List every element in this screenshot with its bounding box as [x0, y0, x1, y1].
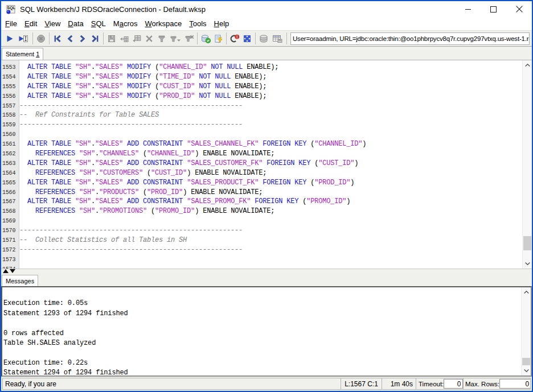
line-number: 1555 [1, 82, 19, 92]
message-line: Statement 1294 of 1294 finished [3, 368, 522, 376]
maxrows-section: Max. Rows: [463, 378, 530, 389]
line-number: 1569 [1, 216, 19, 226]
line-number: 1559 [1, 120, 19, 130]
editor-line: 1574 [1, 265, 522, 269]
editor-line: 1564 REFERENCES "SH"."CUSTOMERS" ("CUST_… [1, 168, 522, 178]
line-number: 1557 [1, 101, 19, 111]
commit-button[interactable] [199, 31, 212, 46]
editor-line: 1557------------------------------------… [1, 101, 522, 111]
execute-all-button[interactable] [3, 31, 16, 46]
scroll-down-arrow-icon[interactable] [522, 366, 531, 375]
toolbar-separator [103, 32, 104, 44]
code-text [19, 130, 19, 139]
editor-vertical-scrollbar[interactable] [522, 60, 532, 269]
execute-current-button[interactable] [16, 31, 31, 46]
menu-edit[interactable]: Edit [20, 18, 40, 30]
connection-info-text: User=oraadmin, URL=jdbc:oracle:thin:@oo1… [293, 35, 528, 42]
toggle-autocommit-button[interactable] [228, 31, 241, 46]
splitter-collapse-icons[interactable] [3, 269, 18, 273]
filter-dropdown-button[interactable] [168, 31, 183, 46]
editor-line: 1573 [1, 255, 522, 265]
code-text: ALTER TABLE "SH"."SALES" ADD CONSTRAINT … [19, 139, 366, 149]
editor-line: 1568 REFERENCES "SH"."PROMOTIONS" ("PROM… [1, 207, 522, 216]
connection-db-button[interactable] [257, 31, 270, 46]
maximize-button[interactable] [481, 1, 506, 17]
menu-help[interactable]: Help [210, 18, 233, 30]
toolbar-separator [226, 32, 227, 44]
previous-statement-button[interactable] [64, 31, 76, 46]
editor-scrollbar-thumb[interactable] [523, 236, 531, 250]
code-text: REFERENCES "SH"."PRODUCTS" ("PROD_ID") E… [19, 188, 263, 197]
next-statement-button[interactable] [76, 31, 89, 46]
status-strip: Ready, if you are L:1567 C:1 1m 40s Time… [2, 378, 531, 390]
scroll-up-arrow-icon[interactable] [522, 288, 531, 296]
window-controls [455, 1, 532, 17]
scroll-down-arrow-icon[interactable] [523, 259, 532, 268]
editor-line: 1554 ALTER TABLE "SH"."SALES" MODIFY ("T… [1, 72, 522, 82]
stop-button[interactable] [35, 31, 47, 46]
code-text: -- Collect Statistics of all Tables in S… [19, 236, 187, 245]
editor-line: 1567 ALTER TABLE "SH"."SALES" ADD CONSTR… [1, 197, 522, 207]
line-number: 1561 [1, 139, 19, 149]
menu-view[interactable]: View [40, 18, 64, 30]
messages-scrollbar-thumb[interactable] [522, 358, 530, 365]
line-number: 1558 [1, 110, 19, 120]
title-bar: SQL SQL Workbench/J RDSOracleConnection … [1, 1, 532, 17]
show-dbexplorer-button[interactable] [241, 31, 253, 46]
maxrows-input[interactable] [499, 379, 530, 389]
tab-messages-label: Messages [6, 278, 34, 284]
toolbar-separator [255, 32, 256, 44]
split-divider[interactable] [1, 269, 532, 273]
line-number: 1570 [1, 226, 19, 236]
messages-panel: Execution time: 0.05sStatement 1293 of 1… [1, 286, 532, 377]
code-text: ALTER TABLE "SH"."SALES" MODIFY ("CUST_I… [19, 82, 266, 92]
rollback-button[interactable] [212, 31, 224, 46]
message-line [3, 348, 522, 358]
tab-messages[interactable]: Messages [2, 275, 38, 286]
insert-row-button[interactable] [130, 31, 143, 46]
messages-vertical-scrollbar[interactable] [521, 287, 531, 376]
editor-line: 1559------------------------------------… [1, 120, 522, 130]
sql-editor[interactable]: 1553 ALTER TABLE "SH"."SALES" MODIFY ("C… [1, 60, 532, 269]
cursor-position: L:1567 C:1 [341, 378, 382, 389]
code-text: -- Ref Constraints for Table SALES [19, 110, 159, 120]
tab-statement-1[interactable]: Statement 1 [2, 48, 43, 60]
editor-line: 1556 ALTER TABLE "SH"."SALES" MODIFY ("P… [1, 92, 522, 101]
message-line: Execution time: 0.05s [3, 299, 522, 308]
line-number: 1562 [1, 149, 19, 159]
delete-row-button[interactable] [143, 31, 155, 46]
messages-tabstrip: Messages [1, 273, 532, 286]
line-number: 1565 [1, 178, 19, 188]
last-statement-button[interactable] [89, 31, 101, 46]
messages-log[interactable]: Execution time: 0.05sStatement 1293 of 1… [2, 287, 522, 376]
reset-filter-button[interactable] [183, 31, 195, 46]
update-database-button[interactable] [118, 31, 130, 46]
data-pumper-button[interactable] [270, 31, 285, 46]
menu-tools[interactable]: Tools [185, 18, 210, 30]
menu-data[interactable]: Data [64, 18, 87, 30]
line-number: 1574 [1, 265, 19, 269]
menu-workspace[interactable]: Workspace [141, 18, 185, 30]
editor-line: 1571-- Collect Statistics of all Tables … [1, 236, 522, 245]
code-text: REFERENCES "SH"."CUSTOMERS" ("CUST_ID") … [19, 168, 266, 178]
menu-sql[interactable]: SQL [87, 18, 109, 30]
timeout-input[interactable] [444, 379, 463, 389]
close-button[interactable] [506, 1, 532, 17]
menu-macros[interactable]: Macros [109, 18, 141, 30]
code-text: ALTER TABLE "SH"."SALES" MODIFY ("CHANNE… [19, 63, 278, 72]
menu-file[interactable]: File [1, 18, 20, 30]
code-text: ALTER TABLE "SH"."SALES" ADD CONSTRAINT … [19, 197, 350, 207]
save-data-button[interactable] [105, 31, 118, 46]
message-line [3, 319, 522, 328]
toolbar-separator [49, 32, 50, 44]
editor-line: 1570------------------------------------… [1, 226, 522, 236]
first-statement-button[interactable] [51, 31, 64, 46]
app-icon: SQL [6, 5, 16, 14]
filter-data-button[interactable] [155, 31, 168, 46]
editor-code-area[interactable]: 1553 ALTER TABLE "SH"."SALES" MODIFY ("C… [1, 60, 522, 269]
maxrows-label: Max. Rows: [465, 381, 499, 387]
minimize-button[interactable] [455, 1, 481, 17]
code-text: ALTER TABLE "SH"."SALES" ADD CONSTRAINT … [19, 178, 354, 188]
message-line: Table SH.SALES analyzed [3, 339, 522, 348]
scroll-up-arrow-icon[interactable] [523, 61, 532, 69]
